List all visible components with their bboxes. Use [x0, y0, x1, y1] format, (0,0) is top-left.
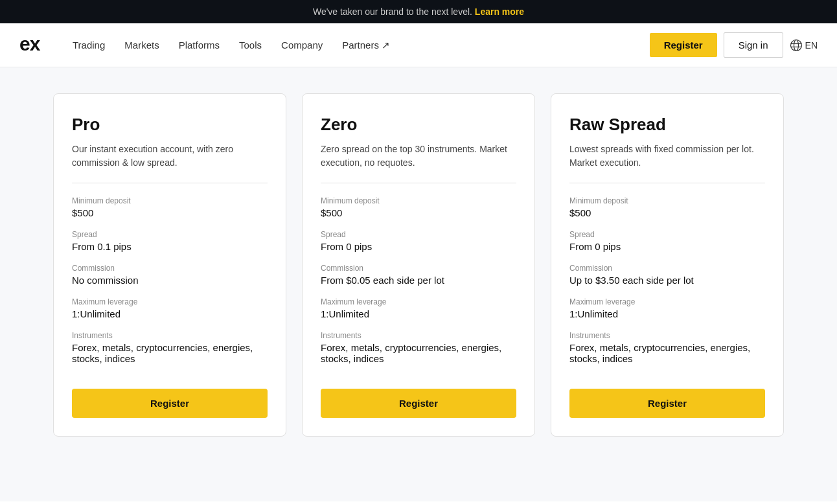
field-leverage-value: 1:Unlimited	[72, 308, 268, 319]
field-zero-leverage-value: 1:Unlimited	[321, 308, 516, 319]
field-min-deposit-value: $500	[72, 207, 268, 218]
banner-text: We've taken our brand to the next level.	[313, 6, 472, 17]
field-zero-leverage: Maximum leverage 1:Unlimited	[321, 297, 516, 319]
field-zero-commission-label: Commission	[321, 264, 516, 273]
field-raw-min-deposit-value: $500	[569, 207, 765, 218]
field-zero-instruments: Instruments Forex, metals, cryptocurrenc…	[321, 331, 516, 364]
field-zero-min-deposit-label: Minimum deposit	[321, 196, 516, 205]
globe-icon	[790, 39, 803, 52]
card-pro-description: Our instant execution account, with zero…	[72, 143, 268, 170]
field-raw-instruments-value: Forex, metals, cryptocurrencies, energie…	[569, 342, 765, 364]
field-min-deposit: Minimum deposit $500	[72, 196, 268, 218]
field-raw-leverage-value: 1:Unlimited	[569, 308, 765, 319]
card-zero-description: Zero spread on the top 30 instruments. M…	[321, 143, 516, 170]
card-raw-spread-description: Lowest spreads with fixed commission per…	[569, 143, 765, 170]
field-raw-commission-label: Commission	[569, 264, 765, 273]
logo[interactable]: ex	[19, 32, 47, 58]
field-spread-label: Spread	[72, 230, 268, 239]
main-content: Pro Our instant execution account, with …	[0, 67, 837, 501]
card-raw-spread: Raw Spread Lowest spreads with fixed com…	[551, 93, 784, 437]
field-raw-leverage-label: Maximum leverage	[569, 297, 765, 306]
field-leverage: Maximum leverage 1:Unlimited	[72, 297, 268, 319]
field-zero-min-deposit-value: $500	[321, 207, 516, 218]
field-instruments: Instruments Forex, metals, cryptocurrenc…	[72, 331, 268, 364]
field-commission-value: No commission	[72, 275, 268, 286]
field-spread-value: From 0.1 pips	[72, 241, 268, 252]
card-raw-spread-title: Raw Spread	[569, 115, 765, 135]
navbar: ex Trading Markets Platforms Tools Compa…	[0, 23, 837, 67]
svg-point-2	[794, 40, 798, 51]
banner-link[interactable]: Learn more	[475, 6, 524, 17]
nav-tools[interactable]: Tools	[239, 40, 262, 51]
card-raw-spread-fields: Minimum deposit $500 Spread From 0 pips …	[569, 196, 765, 376]
signin-button[interactable]: Sign in	[724, 32, 783, 58]
register-button[interactable]: Register	[650, 33, 717, 57]
field-zero-commission: Commission From $0.05 each side per lot	[321, 264, 516, 286]
field-raw-min-deposit-label: Minimum deposit	[569, 196, 765, 205]
field-zero-instruments-label: Instruments	[321, 331, 516, 340]
field-raw-spread: Spread From 0 pips	[569, 230, 765, 252]
card-zero-title: Zero	[321, 115, 516, 135]
nav-partners[interactable]: Partners ↗	[342, 40, 390, 51]
field-raw-instruments-label: Instruments	[569, 331, 765, 340]
card-zero-register-button[interactable]: Register	[321, 389, 516, 418]
field-raw-commission: Commission Up to $3.50 each side per lot	[569, 264, 765, 286]
card-zero: Zero Zero spread on the top 30 instrumen…	[302, 93, 535, 437]
field-raw-commission-value: Up to $3.50 each side per lot	[569, 275, 765, 286]
nav-markets[interactable]: Markets	[124, 40, 159, 51]
field-instruments-label: Instruments	[72, 331, 268, 340]
field-zero-spread: Spread From 0 pips	[321, 230, 516, 252]
card-pro: Pro Our instant execution account, with …	[53, 93, 286, 437]
field-spread: Spread From 0.1 pips	[72, 230, 268, 252]
card-pro-register-button[interactable]: Register	[72, 389, 268, 418]
field-instruments-value: Forex, metals, cryptocurrencies, energie…	[72, 342, 268, 364]
field-zero-leverage-label: Maximum leverage	[321, 297, 516, 306]
field-zero-min-deposit: Minimum deposit $500	[321, 196, 516, 218]
field-zero-commission-value: From $0.05 each side per lot	[321, 275, 516, 286]
language-button[interactable]: EN	[790, 39, 818, 52]
top-banner: We've taken our brand to the next level.…	[0, 0, 837, 23]
field-raw-leverage: Maximum leverage 1:Unlimited	[569, 297, 765, 319]
lang-label: EN	[805, 40, 818, 51]
card-zero-fields: Minimum deposit $500 Spread From 0 pips …	[321, 196, 516, 376]
svg-text:ex: ex	[19, 33, 41, 53]
field-min-deposit-label: Minimum deposit	[72, 196, 268, 205]
cards-container: Pro Our instant execution account, with …	[30, 93, 807, 437]
field-raw-spread-label: Spread	[569, 230, 765, 239]
card-raw-spread-register-button[interactable]: Register	[569, 389, 765, 418]
field-raw-spread-value: From 0 pips	[569, 241, 765, 252]
field-leverage-label: Maximum leverage	[72, 297, 268, 306]
nav-platforms[interactable]: Platforms	[179, 40, 220, 51]
nav-trading[interactable]: Trading	[73, 40, 105, 51]
card-zero-divider	[321, 183, 516, 183]
svg-point-1	[790, 40, 801, 51]
nav-company[interactable]: Company	[281, 40, 323, 51]
field-zero-instruments-value: Forex, metals, cryptocurrencies, energie…	[321, 342, 516, 364]
nav-links: Trading Markets Platforms Tools Company …	[73, 40, 650, 51]
field-raw-instruments: Instruments Forex, metals, cryptocurrenc…	[569, 331, 765, 364]
logo-text: ex	[19, 32, 47, 58]
field-commission-label: Commission	[72, 264, 268, 273]
card-raw-spread-divider	[569, 183, 765, 183]
field-commission: Commission No commission	[72, 264, 268, 286]
card-pro-divider	[72, 183, 268, 183]
field-zero-spread-label: Spread	[321, 230, 516, 239]
field-zero-spread-value: From 0 pips	[321, 241, 516, 252]
card-pro-fields: Minimum deposit $500 Spread From 0.1 pip…	[72, 196, 268, 376]
field-raw-min-deposit: Minimum deposit $500	[569, 196, 765, 218]
card-pro-title: Pro	[72, 115, 268, 135]
nav-actions: Register Sign in EN	[650, 32, 818, 58]
